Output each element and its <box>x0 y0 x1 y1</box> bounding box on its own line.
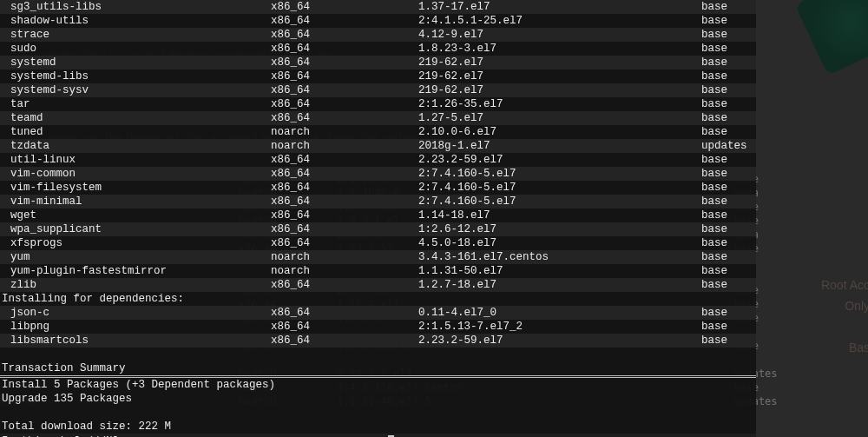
pkg-arch: noarch <box>271 264 418 278</box>
pkg-arch: x86_64 <box>271 56 418 70</box>
pkg-version: 1.8.23-3.el7 <box>418 42 701 56</box>
pkg-repo: base <box>701 167 756 181</box>
pkg-arch: x86_64 <box>271 334 418 348</box>
pkg-version: 219-62.el7 <box>418 56 701 70</box>
pkg-repo: base <box>701 250 756 264</box>
pkg-name: tzdata <box>2 139 271 153</box>
pkg-name: libpng <box>2 320 271 334</box>
package-row: vim-filesystemx86_642:7.4.160-5.el7base1… <box>0 181 756 195</box>
package-row: systemd-sysvx86_64219-62.el7base83 k <box>0 83 756 97</box>
pkg-name: shadow-utils <box>2 14 271 28</box>
pkg-repo: base <box>701 278 756 292</box>
pkg-arch: x86_64 <box>271 14 418 28</box>
pkg-version: 1.1.31-50.el7 <box>418 264 701 278</box>
pkg-repo: base <box>701 209 756 222</box>
pkg-version: 0.11-4.el7_0 <box>418 306 701 320</box>
pkg-version: 2:1.5.13-7.el7_2 <box>418 320 701 334</box>
summary-upgrade: Upgrade 135 Packages <box>0 392 756 406</box>
pkg-repo: base <box>701 334 756 348</box>
pkg-repo: base <box>701 83 756 97</box>
pkg-arch: noarch <box>271 125 418 139</box>
pkg-version: 2018g-1.el7 <box>418 139 701 153</box>
package-row: sg3_utils-libsx86_641.37-17.el7base65 k <box>0 0 756 14</box>
package-row: libpngx86_642:1.5.13-7.el7_2base213 k <box>0 320 756 334</box>
dep-header: Installing for dependencies: <box>0 292 756 306</box>
pkg-version: 2:7.4.160-5.el7 <box>418 181 701 195</box>
package-row: tarx86_642:1.26-35.el7base846 k <box>0 97 756 111</box>
pkg-version: 219-62.el7 <box>418 70 701 83</box>
blank-line-2 <box>0 406 756 420</box>
pkg-name: wpa_supplicant <box>2 222 271 236</box>
package-row: shadow-utilsx86_642:4.1.5.1-25.el7base1.… <box>0 14 756 28</box>
package-row: zlibx86_641.2.7-18.el7base90 k <box>0 278 756 292</box>
confirm-prompt[interactable]: Is this ok [y/d/N]: <box>0 434 756 437</box>
bg-side-1: Root Acc <box>821 278 868 292</box>
terminal-window: sg3_utils-libsx86_641.37-17.el7base65 k … <box>0 0 756 437</box>
pkg-name: tuned <box>2 125 271 139</box>
pkg-arch: x86_64 <box>271 278 418 292</box>
pkg-arch: x86_64 <box>271 153 418 167</box>
pkg-version: 1:2.6-12.el7 <box>418 222 701 236</box>
pkg-arch: noarch <box>271 250 418 264</box>
pkg-arch: x86_64 <box>271 28 418 42</box>
pkg-arch: x86_64 <box>271 222 418 236</box>
pkg-arch: x86_64 <box>271 83 418 97</box>
pkg-version: 2:7.4.160-5.el7 <box>418 167 701 181</box>
package-row: stracex86_644.12-9.el7base459 k <box>0 28 756 42</box>
pkg-repo: base <box>701 306 756 320</box>
package-row: teamdx86_641.27-5.el7base112 k <box>0 111 756 125</box>
pkg-repo: base <box>701 181 756 195</box>
pkg-repo: updates <box>701 139 756 153</box>
pkg-name: teamd <box>2 111 271 125</box>
package-row: util-linuxx86_642.23.2-59.el7base2.0 M <box>0 153 756 167</box>
pkg-arch: x86_64 <box>271 42 418 56</box>
package-row: vim-commonx86_642:7.4.160-5.el7base5.9 M <box>0 167 756 181</box>
pkg-arch: noarch <box>271 139 418 153</box>
package-row: systemd-libsx86_64219-62.el7base405 k <box>0 70 756 83</box>
pkg-name: strace <box>2 28 271 42</box>
pkg-arch: x86_64 <box>271 306 418 320</box>
package-row: libsmartcolsx86_642.23.2-59.el7base140 k <box>0 334 756 348</box>
pkg-version: 2.10.0-6.el7 <box>418 125 701 139</box>
pkg-arch: x86_64 <box>271 97 418 111</box>
package-row: sudox86_641.8.23-3.el7base841 k <box>0 42 756 56</box>
pkg-version: 219-62.el7 <box>418 83 701 97</box>
package-row: vim-minimalx86_642:7.4.160-5.el7base437 … <box>0 195 756 209</box>
pkg-arch: x86_64 <box>271 167 418 181</box>
bg-side-3: Bas <box>849 341 868 354</box>
transaction-summary-title: Transaction Summary <box>0 361 756 375</box>
pkg-version: 2.23.2-59.el7 <box>418 334 701 348</box>
package-row: xfsprogsx86_644.5.0-18.el7base897 k <box>0 236 756 250</box>
pkg-name: vim-filesystem <box>2 181 271 195</box>
total-download: Total download size: 222 M <box>0 420 756 434</box>
pkg-repo: base <box>701 70 756 83</box>
pkg-name: json-c <box>2 306 271 320</box>
pkg-name: vim-common <box>2 167 271 181</box>
pkg-arch: x86_64 <box>271 0 418 14</box>
pkg-arch: x86_64 <box>271 181 418 195</box>
pkg-repo: base <box>701 97 756 111</box>
pkg-repo: base <box>701 195 756 209</box>
package-row: wgetx86_641.14-18.el7base547 k <box>0 209 756 222</box>
pkg-version: 1.27-5.el7 <box>418 111 701 125</box>
pkg-arch: x86_64 <box>271 209 418 222</box>
package-row: json-cx86_640.11-4.el7_0base31 k <box>0 306 756 320</box>
pkg-name: systemd-sysv <box>2 83 271 97</box>
pkg-version: 4.5.0-18.el7 <box>418 236 701 250</box>
pkg-version: 1.37-17.el7 <box>418 0 701 14</box>
pkg-repo: base <box>701 125 756 139</box>
pkg-version: 2.23.2-59.el7 <box>418 153 701 167</box>
pkg-name: xfsprogs <box>2 236 271 250</box>
pkg-name: tar <box>2 97 271 111</box>
pkg-name: util-linux <box>2 153 271 167</box>
pkg-name: yum <box>2 250 271 264</box>
pkg-arch: x86_64 <box>271 236 418 250</box>
pkg-repo: base <box>701 56 756 70</box>
package-row: yum-plugin-fastestmirrornoarch1.1.31-50.… <box>0 264 756 278</box>
pkg-version: 2:7.4.160-5.el7 <box>418 195 701 209</box>
pkg-version: 2:1.26-35.el7 <box>418 97 701 111</box>
pkg-version: 4.12-9.el7 <box>418 28 701 42</box>
pkg-repo: base <box>701 28 756 42</box>
pkg-name: zlib <box>2 278 271 292</box>
pkg-name: sudo <box>2 42 271 56</box>
